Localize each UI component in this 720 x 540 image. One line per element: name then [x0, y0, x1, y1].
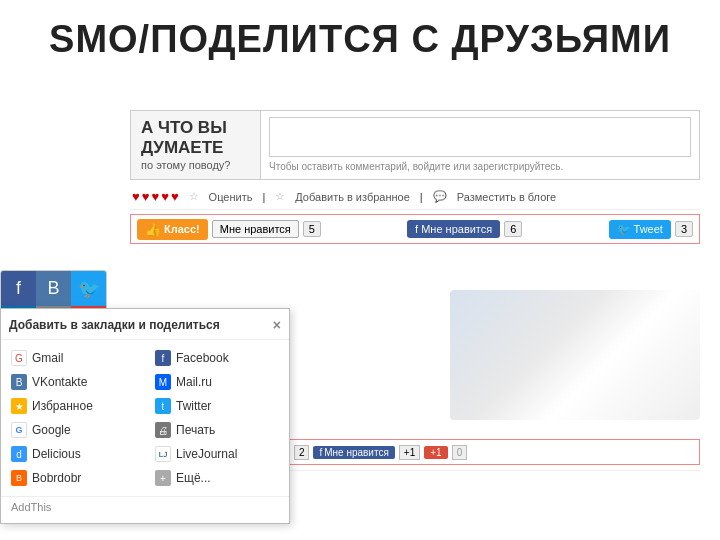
rating-bar: ♥ ♥ ♥ ♥ ♥ ☆ Оценить | ☆ Добавить в избра… — [130, 184, 700, 210]
gp-count: 0 — [452, 445, 468, 460]
google-icon: G — [11, 422, 27, 438]
popup-item-more[interactable]: + Ещё... — [145, 466, 289, 490]
heart-1: ♥ — [132, 189, 140, 204]
print-icon: 🖨 — [155, 422, 171, 438]
header-small: по этому поводу? — [141, 159, 250, 172]
star-icon: ☆ — [189, 190, 199, 203]
vk-like-button[interactable]: Мне нравится — [212, 220, 299, 238]
fb-like-button[interactable]: f Мне нравится — [407, 220, 500, 238]
tweet-label: Tweet — [634, 223, 663, 235]
mailru-icon: M — [155, 374, 171, 390]
more-icon: + — [155, 470, 171, 486]
heart-3: ♥ — [151, 189, 159, 204]
print-label: Печать — [176, 423, 215, 437]
popup-item-delicious[interactable]: d Delicious — [1, 442, 145, 466]
blog-icon: 💬 — [433, 190, 447, 203]
comment-input-box[interactable] — [269, 117, 691, 157]
popup-item-facebook[interactable]: f Facebook — [145, 346, 289, 370]
bobrdobr-icon: B — [11, 470, 27, 486]
vk-count: 5 — [303, 221, 321, 237]
popup-menu: Добавить в закладки и поделиться × G Gma… — [0, 308, 290, 524]
header-line1: А ЧТО ВЫ — [141, 118, 250, 138]
popup-close-button[interactable]: × — [273, 317, 281, 333]
popup-item-vkontakte[interactable]: В VKontakte — [1, 370, 145, 394]
bobrdobr-label: Bobrdobr — [32, 471, 81, 485]
content-area: А ЧТО ВЫ ДУМАЕТЕ по этому поводу? Чтобы … — [130, 110, 700, 520]
popup-item-print[interactable]: 🖨 Печать — [145, 418, 289, 442]
rate-link[interactable]: Оценить — [209, 191, 253, 203]
fb-label-3: Мне нравится — [324, 447, 389, 458]
popup-item-bobrdobr[interactable]: B Bobrdobr — [1, 466, 145, 490]
bookmark-icon: ☆ — [275, 190, 285, 203]
delicious-label: Delicious — [32, 447, 81, 461]
vk-like-label: Мне нравится — [220, 223, 291, 235]
fb-like-icon: f — [415, 223, 418, 235]
blog-header-right: Чтобы оставить комментарий, войдите или … — [261, 111, 699, 179]
tweet-button[interactable]: 🐦 Tweet — [609, 220, 671, 239]
fb-icon-3: f — [319, 447, 322, 458]
popup-item-mailru[interactable]: M Mail.ru — [145, 370, 289, 394]
vk-icon: В — [11, 374, 27, 390]
lj-icon: LJ — [155, 446, 171, 462]
blog-header: А ЧТО ВЫ ДУМАЕТЕ по этому поводу? Чтобы … — [130, 110, 700, 180]
twitter-label: Twitter — [176, 399, 211, 413]
ok-button[interactable]: 👍 Класс! — [137, 219, 208, 240]
tw-count-2: 2 — [294, 445, 310, 460]
heart-2: ♥ — [142, 189, 150, 204]
delicious-icon: d — [11, 446, 27, 462]
header-line2: ДУМАЕТЕ — [141, 138, 250, 158]
popup-item-gmail[interactable]: G Gmail — [1, 346, 145, 370]
popup-grid: G Gmail f Facebook В VKontakte M Mail.ru… — [1, 340, 289, 496]
hearts: ♥ ♥ ♥ ♥ ♥ — [132, 189, 179, 204]
favorite-link[interactable]: Добавить в избранное — [295, 191, 410, 203]
popup-item-livejournal[interactable]: LJ LiveJournal — [145, 442, 289, 466]
popup-item-favorites[interactable]: ★ Избранное — [1, 394, 145, 418]
mailru-label: Mail.ru — [176, 375, 212, 389]
social-row-1: 👍 Класс! Мне нравится 5 f Мне нравится 6… — [130, 214, 700, 244]
fb-count-2: +1 — [399, 445, 420, 460]
side-fb-button[interactable]: f — [1, 271, 36, 306]
fb-like-label: Мне нравится — [421, 223, 492, 235]
favorites-icon: ★ — [11, 398, 27, 414]
facebook-icon: f — [155, 350, 171, 366]
gp-button[interactable]: +1 — [424, 446, 447, 459]
gp-label: +1 — [430, 447, 441, 458]
tweet-icon: 🐦 — [617, 223, 631, 236]
page-title: SMO/ПОДЕЛИТСЯ С ДРУЗЬЯМИ — [0, 0, 720, 62]
more-label: Ещё... — [176, 471, 211, 485]
google-label: Google — [32, 423, 71, 437]
popup-item-twitter[interactable]: t Twitter — [145, 394, 289, 418]
popup-title: Добавить в закладки и поделиться × — [1, 317, 289, 340]
blog-header-left: А ЧТО ВЫ ДУМАЕТЕ по этому поводу? — [131, 111, 261, 179]
twitter-icon: t — [155, 398, 171, 414]
side-social-row-1: f В 🐦 — [1, 271, 106, 306]
vk-label: VKontakte — [32, 375, 87, 389]
lj-label: LiveJournal — [176, 447, 237, 461]
rating-sep1: | — [262, 191, 265, 203]
favorites-label: Избранное — [32, 399, 93, 413]
gmail-label: Gmail — [32, 351, 63, 365]
facebook-label: Facebook — [176, 351, 229, 365]
tweet-count: 3 — [675, 221, 693, 237]
fb-like-button-3[interactable]: f Мне нравится — [313, 446, 394, 459]
ok-icon: 👍 — [145, 222, 161, 237]
gmail-icon: G — [11, 350, 27, 366]
rating-sep2: | — [420, 191, 423, 203]
side-tw-button[interactable]: 🐦 — [71, 271, 106, 306]
fb-count: 6 — [504, 221, 522, 237]
comment-hint: Чтобы оставить комментарий, войдите или … — [269, 161, 691, 172]
popup-title-text: Добавить в закладки и поделиться — [9, 318, 220, 332]
ok-label: Класс! — [164, 223, 200, 235]
heart-5: ♥ — [171, 189, 179, 204]
popup-footer: AddThis — [1, 496, 289, 517]
background-image — [450, 290, 700, 420]
blog-link[interactable]: Разместить в блоге — [457, 191, 556, 203]
popup-item-google[interactable]: G Google — [1, 418, 145, 442]
side-vk-button[interactable]: В — [36, 271, 71, 306]
heart-4: ♥ — [161, 189, 169, 204]
